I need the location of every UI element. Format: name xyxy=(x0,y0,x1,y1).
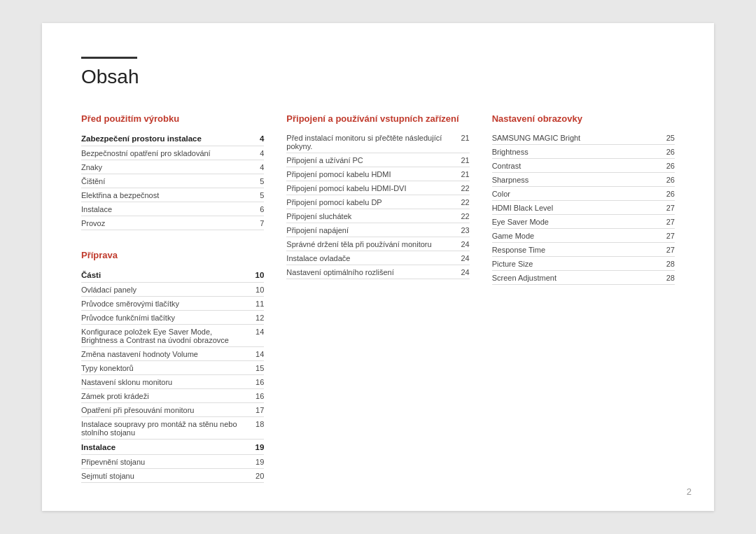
toc-row: Připojení sluchátek22 xyxy=(286,209,469,223)
toc-page-num: 4 xyxy=(251,160,265,174)
toc-row: Připojení a užívání PC21 xyxy=(286,153,469,167)
toc-page-num: 27 xyxy=(650,229,675,243)
toc-page-num: 26 xyxy=(650,187,675,201)
toc-row: Screen Adjustment28 xyxy=(492,271,675,285)
toc-label: Instalace xyxy=(81,440,250,455)
toc-page-num: 12 xyxy=(250,311,264,325)
toc-row: Contrast26 xyxy=(492,159,675,173)
toc-page-num: 27 xyxy=(650,243,675,257)
toc-label: Picture Size xyxy=(492,257,650,271)
section-title: Příprava xyxy=(81,250,264,260)
toc-label: Bezpečnostní opatření pro skladování xyxy=(81,146,251,160)
toc-label: Průvodce funkčními tlačítky xyxy=(81,311,250,325)
toc-row: Eye Saver Mode27 xyxy=(492,215,675,229)
toc-label: Instalace soupravy pro montáž na stěnu n… xyxy=(81,417,250,440)
toc-row: Bezpečnostní opatření pro skladování4 xyxy=(81,146,264,160)
toc-page-num: 19 xyxy=(250,455,264,469)
section-title: Připojení a používání vstupních zařízení xyxy=(286,113,469,124)
toc-row: Připojení pomocí kabelu HDMI21 xyxy=(286,167,469,181)
toc-row: Instalace soupravy pro montáž na stěnu n… xyxy=(81,417,264,440)
toc-page-num: 21 xyxy=(455,167,469,181)
toc-row: Instalace6 xyxy=(81,202,264,216)
toc-label: Připojení pomocí kabelu HDMI-DVI xyxy=(286,181,455,195)
toc-label: Průvodce směrovými tlačítky xyxy=(81,297,250,311)
toc-row: SAMSUNG MAGIC Bright25 xyxy=(492,131,675,145)
toc-page-num: 7 xyxy=(251,216,265,230)
toc-label: Čištění xyxy=(81,174,251,188)
toc-row: Instalace ovladače24 xyxy=(286,251,469,265)
toc-row: Elektřina a bezpečnost5 xyxy=(81,188,264,202)
toc-label: Opatření při přesouvání monitoru xyxy=(81,403,250,417)
toc-label: Sejmutí stojanu xyxy=(81,469,250,483)
toc-row: Sejmutí stojanu20 xyxy=(81,469,264,483)
toc-row: Zabezpečení prostoru instalace4 xyxy=(81,131,264,146)
toc-row: Znaky4 xyxy=(81,160,264,174)
section-title: Před použitím výrobku xyxy=(81,113,264,124)
toc-label: Zámek proti krádeži xyxy=(81,389,250,403)
toc-label: Připojení a užívání PC xyxy=(286,153,455,167)
toc-page-num: 5 xyxy=(251,174,265,188)
toc-page-num: 26 xyxy=(650,173,675,187)
toc-column-2: Připojení a používání vstupních zařízení… xyxy=(286,113,491,483)
toc-label: SAMSUNG MAGIC Bright xyxy=(492,131,650,145)
toc-label: Změna nastavení hodnoty Volume xyxy=(81,347,250,361)
toc-section: Před použitím výrobkuZabezpečení prostor… xyxy=(81,113,264,230)
toc-page-num: 18 xyxy=(250,417,264,440)
toc-column-1: Před použitím výrobkuZabezpečení prostor… xyxy=(81,113,286,483)
toc-label: Game Mode xyxy=(492,229,650,243)
toc-row: Brightness26 xyxy=(492,145,675,159)
section-title: Nastavení obrazovky xyxy=(492,113,675,124)
toc-label: Části xyxy=(81,267,250,283)
toc-row: Sharpness26 xyxy=(492,173,675,187)
toc-label: Eye Saver Mode xyxy=(492,215,650,229)
toc-row: Opatření při přesouvání monitoru17 xyxy=(81,403,264,417)
toc-page-num: 24 xyxy=(455,237,469,251)
toc-page-num: 27 xyxy=(650,201,675,215)
toc-row: Průvodce funkčními tlačítky12 xyxy=(81,311,264,325)
toc-row: Připojení napájení23 xyxy=(286,223,469,237)
toc-row: Správné držení těla při používání monito… xyxy=(286,237,469,251)
toc-section: Připojení a používání vstupních zařízení… xyxy=(286,113,469,279)
toc-label: Provoz xyxy=(81,216,251,230)
toc-label: Sharpness xyxy=(492,173,650,187)
toc-row: Připojení pomocí kabelu DP22 xyxy=(286,195,469,209)
toc-row: Provoz7 xyxy=(81,216,264,230)
toc-page-num: 15 xyxy=(250,361,264,375)
toc-page-num: 21 xyxy=(455,131,469,153)
toc-label: Brightness xyxy=(492,145,650,159)
toc-column-3: Nastavení obrazovkySAMSUNG MAGIC Bright2… xyxy=(492,113,675,483)
toc-page-num: 16 xyxy=(250,375,264,389)
page-number: 2 xyxy=(687,486,692,497)
toc-label: Připojení napájení xyxy=(286,223,455,237)
title-bar-decoration xyxy=(81,57,137,59)
toc-label: Instalace xyxy=(81,202,251,216)
toc-page-num: 24 xyxy=(455,251,469,265)
toc-page-num: 27 xyxy=(650,215,675,229)
toc-row: Před instalací monitoru si přečtěte násl… xyxy=(286,131,469,153)
toc-page-num: 17 xyxy=(250,403,264,417)
toc-label: Připojení sluchátek xyxy=(286,209,455,223)
toc-row: Průvodce směrovými tlačítky11 xyxy=(81,297,264,311)
toc-row: Nastavení optimálního rozlišení24 xyxy=(286,265,469,279)
toc-label: Nastavení optimálního rozlišení xyxy=(286,265,455,279)
toc-table: SAMSUNG MAGIC Bright25Brightness26Contra… xyxy=(492,131,675,285)
page-title: Obsah xyxy=(81,66,675,88)
toc-row: Připevnění stojanu19 xyxy=(81,455,264,469)
toc-label: Instalace ovladače xyxy=(286,251,455,265)
toc-label: Ovládací panely xyxy=(81,283,250,297)
toc-row: Zámek proti krádeži16 xyxy=(81,389,264,403)
toc-page-num: 28 xyxy=(650,257,675,271)
toc-page-num: 10 xyxy=(250,267,264,283)
toc-label: Před instalací monitoru si přečtěte násl… xyxy=(286,131,455,153)
toc-page-num: 16 xyxy=(250,389,264,403)
toc-row: Color26 xyxy=(492,187,675,201)
toc-table: Části10Ovládací panely10Průvodce směrový… xyxy=(81,267,264,483)
toc-page-num: 22 xyxy=(455,209,469,223)
toc-page-num: 26 xyxy=(650,159,675,173)
toc-page-num: 10 xyxy=(250,283,264,297)
toc-columns: Před použitím výrobkuZabezpečení prostor… xyxy=(81,113,675,483)
toc-page-num: 6 xyxy=(251,202,265,216)
toc-page-num: 25 xyxy=(650,131,675,145)
toc-table: Před instalací monitoru si přečtěte násl… xyxy=(286,131,469,279)
toc-row: Typy konektorů15 xyxy=(81,361,264,375)
